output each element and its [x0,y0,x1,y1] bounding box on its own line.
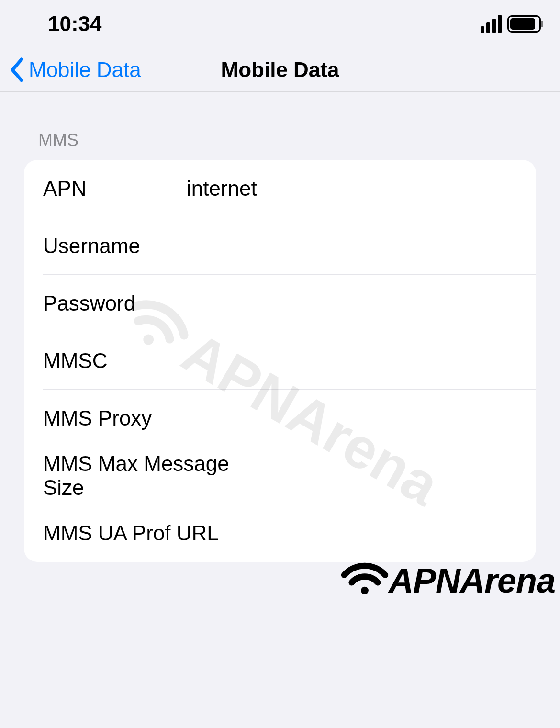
mms-proxy-label: MMS Proxy [43,406,187,430]
status-bar: 10:34 [0,0,560,48]
username-row[interactable]: Username [24,217,536,275]
status-indicators [481,15,541,33]
mms-ua-prof-row[interactable]: MMS UA Prof URL [24,504,536,562]
username-label: Username [43,234,187,258]
apn-row[interactable]: APN [24,160,536,217]
back-label: Mobile Data [29,58,141,82]
branding-logo: APNArena [341,558,555,604]
mms-ua-prof-input[interactable] [254,521,536,545]
back-button[interactable]: Mobile Data [10,57,141,82]
svg-point-1 [361,587,369,594]
mmsc-label: MMSC [43,349,187,373]
mms-max-size-input[interactable] [254,464,536,488]
wifi-icon [341,558,389,604]
settings-group: APN Username Password MMSC MMS Proxy MMS… [24,160,536,562]
password-input[interactable] [187,291,536,315]
mms-proxy-input[interactable] [187,406,536,430]
chevron-left-icon [10,57,24,82]
content-area: MMS APN Username Password MMSC MMS Proxy… [0,92,560,562]
mms-max-size-label: MMS Max Message Size [43,452,254,500]
battery-icon [507,15,541,33]
section-header: MMS [24,116,536,160]
status-time: 10:34 [48,12,102,36]
mmsc-row[interactable]: MMSC [24,332,536,390]
apn-input[interactable] [187,177,536,201]
mms-max-size-row[interactable]: MMS Max Message Size [24,447,536,504]
page-title: Mobile Data [221,58,339,82]
password-row[interactable]: Password [24,275,536,332]
navigation-bar: Mobile Data Mobile Data [0,48,560,92]
cellular-signal-icon [481,15,502,33]
mmsc-input[interactable] [187,349,536,373]
password-label: Password [43,291,187,315]
apn-label: APN [43,177,187,201]
username-input[interactable] [187,234,536,258]
branding-text: APNArena [389,561,555,600]
mms-proxy-row[interactable]: MMS Proxy [24,390,536,447]
mms-ua-prof-label: MMS UA Prof URL [43,521,254,545]
